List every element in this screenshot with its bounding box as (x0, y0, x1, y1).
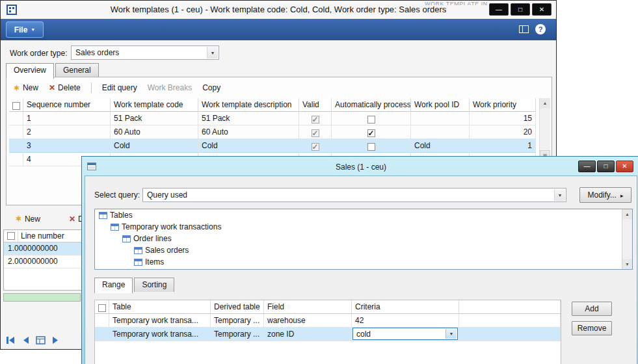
cell-criteria[interactable]: 42 (352, 314, 459, 328)
remove-button[interactable]: Remove (572, 321, 612, 335)
delete-icon: ✕ (49, 83, 55, 92)
delete-button[interactable]: ✕ Delete (49, 83, 81, 92)
cell-priority: 15 (470, 112, 536, 125)
toolbar-separator (91, 83, 92, 93)
next-record-icon[interactable] (51, 336, 60, 344)
tab-sorting[interactable]: Sorting (134, 278, 174, 292)
sales-query-dialog: Sales (1 - ceu) — □ ✕ Select query: Quer… (81, 156, 638, 364)
range-row[interactable]: Temporary work transa... Temporary ... w… (95, 314, 561, 328)
grid-view-icon[interactable] (36, 336, 46, 344)
file-menu-label: File (14, 25, 28, 34)
tab-range[interactable]: Range (94, 278, 133, 293)
cell-work-pool: Cold (411, 139, 470, 153)
window-title: Work templates (1 - ceu) - Work template… (1, 5, 556, 14)
cell-sequence: 2 (23, 125, 111, 139)
column-header[interactable]: Criteria (352, 300, 459, 314)
dialog-title: Sales (1 - ceu) (85, 162, 637, 172)
scroll-up-button[interactable]: ▲ (540, 98, 550, 109)
modify-button[interactable]: Modify...▸ (579, 187, 631, 203)
tab-overview[interactable]: Overview (6, 63, 54, 79)
total-status-bar (3, 293, 81, 302)
tab-general[interactable]: General (55, 63, 99, 77)
previous-record-icon[interactable] (21, 336, 30, 344)
combo-dropdown-button[interactable]: ▼ (554, 189, 565, 201)
column-header[interactable]: Automatically process (332, 98, 411, 112)
record-navigation (6, 336, 60, 344)
maximize-button[interactable]: □ (597, 161, 615, 172)
copy-button[interactable]: Copy (202, 83, 220, 92)
new-button[interactable]: ✶ New (13, 83, 38, 93)
scroll-down-button[interactable]: ▼ (622, 259, 632, 269)
auto-process-checkbox[interactable] (367, 129, 375, 137)
table-row[interactable]: 2 60 Auto 60 Auto 20 (9, 125, 536, 139)
help-icon[interactable]: ? (535, 24, 546, 34)
column-header[interactable]: Work priority (470, 98, 536, 112)
grid-header-row: Sequence number Work template code Work … (9, 98, 536, 112)
column-header[interactable]: Field (264, 300, 352, 314)
scroll-up-button[interactable]: ▲ (622, 209, 632, 219)
column-header[interactable]: Valid (299, 98, 332, 112)
table-icon (99, 212, 107, 219)
caret-down-icon: ▼ (211, 51, 215, 55)
tree-item-sales-orders[interactable]: Sales orders (95, 244, 632, 256)
layout-icon[interactable] (519, 25, 529, 33)
select-query-combobox[interactable]: Query used ▼ (142, 188, 566, 202)
work-order-type-combobox[interactable]: Sales orders ▼ (71, 46, 219, 60)
edit-query-label: Edit query (102, 83, 137, 92)
column-header[interactable]: Table (109, 300, 211, 314)
cell-sequence: 1 (23, 112, 111, 125)
tree-item-label: Temporary work transactions (122, 222, 221, 231)
minimize-button[interactable]: — (489, 3, 509, 16)
delete-button-label: Delete (58, 83, 81, 92)
column-header[interactable]: Work template description (198, 98, 299, 112)
tree-item-tables[interactable]: Tables (95, 209, 632, 221)
cell-code: 51 Pack (111, 112, 198, 125)
column-separator (18, 231, 18, 242)
column-header[interactable]: Sequence number (23, 98, 111, 112)
table-icon (122, 235, 131, 242)
select-all-checkbox[interactable] (98, 304, 106, 312)
cell-priority: 20 (470, 125, 536, 139)
column-header[interactable]: Work template code (111, 98, 198, 112)
tree-item-clipped[interactable] (95, 266, 632, 270)
table-row-selected[interactable]: 3 Cold Cold Cold 1 (9, 139, 536, 153)
dialog-window-controls: — □ ✕ (578, 161, 633, 172)
tree-item-temporary-work-transactions[interactable]: Temporary work transactions (95, 221, 632, 233)
auto-process-checkbox[interactable] (367, 116, 375, 124)
work-breaks-button: Work Breaks (148, 83, 192, 92)
cell-work-pool (411, 125, 470, 139)
auto-process-checkbox[interactable] (367, 143, 375, 151)
column-header[interactable]: Work pool ID (411, 98, 470, 112)
titlebar[interactable]: WORK TEMPLATE IN... Work templates (1 - … (1, 1, 556, 19)
maximize-button[interactable]: □ (511, 3, 530, 16)
grid-toolbar: ✶ New ✕ Delete Edit query Work Breaks Co… (13, 81, 220, 94)
line-number-header[interactable]: Line number (21, 231, 64, 240)
select-query-label: Select query: (94, 190, 140, 200)
combo-dropdown-button[interactable]: ▼ (445, 329, 457, 339)
first-record-icon[interactable] (6, 336, 16, 344)
edit-query-button[interactable]: Edit query (102, 83, 137, 92)
add-button[interactable]: Add (572, 302, 612, 316)
close-button[interactable]: ✕ (616, 161, 633, 172)
range-row-selected[interactable]: Temporary work transa... Temporary ... z… (95, 328, 561, 341)
cell-table: Temporary work transa... (109, 328, 211, 341)
tree-item-order-lines[interactable]: Order lines (95, 233, 632, 244)
close-button[interactable]: ✕ (532, 3, 552, 16)
caret-down-icon: ▼ (31, 27, 35, 32)
combo-dropdown-button[interactable]: ▼ (207, 47, 218, 58)
select-all-checkbox[interactable] (12, 102, 20, 110)
valid-checkbox (312, 143, 319, 151)
cell-code: Cold (111, 139, 198, 153)
dialog-titlebar[interactable]: Sales (1 - ceu) — □ ✕ (85, 159, 637, 176)
criteria-value[interactable]: cold (356, 329, 371, 339)
minimize-button[interactable]: — (578, 161, 596, 172)
caret-down-icon: ▼ (449, 329, 454, 339)
lines-new-label[interactable]: New (25, 214, 40, 224)
criteria-combobox[interactable]: cold ▼ (352, 328, 458, 340)
file-menu-button[interactable]: File ▼ (6, 21, 44, 38)
select-all-checkbox[interactable] (7, 232, 15, 240)
table-row[interactable]: 1 51 Pack 51 Pack 15 (9, 112, 536, 125)
table-icon (134, 259, 142, 266)
column-header[interactable]: Derived table (211, 300, 264, 314)
tree-scrollbar[interactable]: ▲ ▼ (622, 209, 632, 269)
